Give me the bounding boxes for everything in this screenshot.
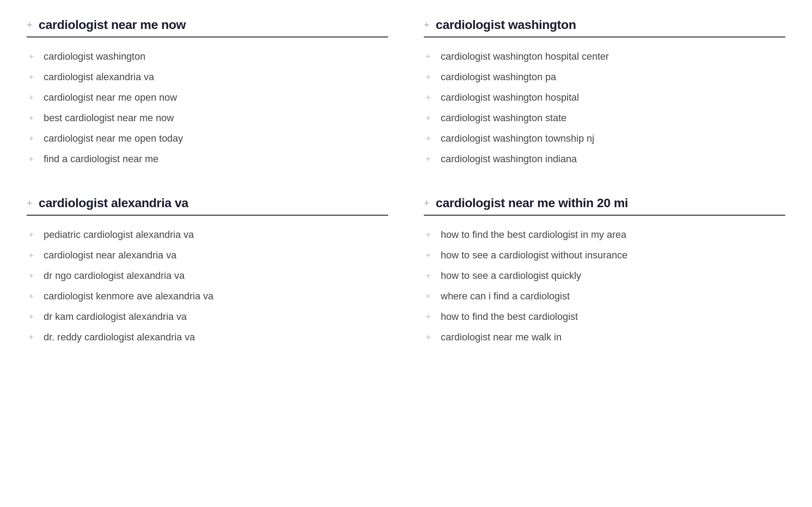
item-list-cardiologist-near-me-now: +cardiologist washington+cardiologist al…: [27, 46, 388, 169]
section-cardiologist-alexandria-va: +cardiologist alexandria va+pediatric ca…: [27, 196, 388, 348]
list-item[interactable]: +cardiologist near alexandria va: [27, 245, 388, 266]
section-header-cardiologist-washington: +cardiologist washington: [424, 18, 785, 37]
list-item[interactable]: +cardiologist kenmore ave alexandria va: [27, 286, 388, 307]
item-text: cardiologist washington hospital: [441, 92, 579, 103]
header-plus-icon: +: [424, 198, 430, 208]
item-text: cardiologist near me walk in: [441, 331, 561, 343]
list-item[interactable]: +cardiologist washington state: [424, 108, 785, 128]
item-plus-icon: +: [424, 52, 433, 62]
item-plus-icon: +: [424, 291, 433, 302]
item-text: pediatric cardiologist alexandria va: [44, 229, 194, 241]
item-text: cardiologist near me open now: [44, 92, 177, 103]
item-plus-icon: +: [27, 93, 36, 103]
list-item[interactable]: +how to see a cardiologist quickly: [424, 266, 785, 286]
item-text: how to find the best cardiologist in my …: [441, 229, 626, 241]
item-plus-icon: +: [424, 312, 433, 322]
section-cardiologist-near-me-now: +cardiologist near me now+cardiologist w…: [27, 18, 388, 169]
item-plus-icon: +: [27, 72, 36, 82]
list-item[interactable]: +dr ngo cardiologist alexandria va: [27, 266, 388, 286]
section-header-cardiologist-near-me-now: +cardiologist near me now: [27, 18, 388, 37]
item-text: how to see a cardiologist quickly: [441, 270, 581, 282]
item-text: cardiologist washington indiana: [441, 153, 577, 165]
item-plus-icon: +: [27, 230, 36, 240]
list-item[interactable]: +cardiologist alexandria va: [27, 67, 388, 87]
list-item[interactable]: +how to see a cardiologist without insur…: [424, 245, 785, 266]
section-title: cardiologist washington: [436, 18, 576, 32]
item-text: dr ngo cardiologist alexandria va: [44, 270, 185, 282]
list-item[interactable]: +cardiologist near me open today: [27, 128, 388, 149]
list-item[interactable]: +find a cardiologist near me: [27, 149, 388, 169]
item-text: dr. reddy cardiologist alexandria va: [44, 331, 195, 343]
item-text: cardiologist kenmore ave alexandria va: [44, 290, 214, 302]
list-item[interactable]: +dr kam cardiologist alexandria va: [27, 307, 388, 327]
section-title: cardiologist alexandria va: [39, 196, 188, 210]
list-item[interactable]: +cardiologist near me walk in: [424, 327, 785, 348]
item-plus-icon: +: [424, 113, 433, 123]
item-plus-icon: +: [27, 250, 36, 261]
item-text: how to see a cardiologist without insura…: [441, 249, 627, 261]
list-item[interactable]: +how to find the best cardiologist: [424, 307, 785, 327]
list-item[interactable]: +where can i find a cardiologist: [424, 286, 785, 307]
item-plus-icon: +: [424, 154, 433, 164]
section-title: cardiologist near me now: [39, 18, 186, 32]
item-plus-icon: +: [27, 312, 36, 322]
list-item[interactable]: +cardiologist washington pa: [424, 67, 785, 87]
section-cardiologist-near-me-within-20-mi: +cardiologist near me within 20 mi+how t…: [424, 196, 785, 348]
item-list-cardiologist-near-me-within-20-mi: +how to find the best cardiologist in my…: [424, 225, 785, 348]
header-plus-icon: +: [27, 198, 32, 208]
list-item[interactable]: +cardiologist washington indiana: [424, 149, 785, 169]
item-list-cardiologist-alexandria-va: +pediatric cardiologist alexandria va+ca…: [27, 225, 388, 348]
item-plus-icon: +: [424, 230, 433, 240]
main-grid: +cardiologist near me now+cardiologist w…: [27, 18, 785, 348]
section-cardiologist-washington: +cardiologist washington+cardiologist wa…: [424, 18, 785, 169]
item-plus-icon: +: [424, 271, 433, 281]
item-plus-icon: +: [424, 134, 433, 144]
header-plus-icon: +: [424, 20, 430, 30]
list-item[interactable]: +cardiologist washington hospital: [424, 87, 785, 108]
item-text: cardiologist near alexandria va: [44, 249, 176, 261]
list-item[interactable]: +best cardiologist near me now: [27, 108, 388, 128]
item-plus-icon: +: [424, 72, 433, 82]
header-plus-icon: +: [27, 20, 32, 30]
item-plus-icon: +: [27, 271, 36, 281]
item-list-cardiologist-washington: +cardiologist washington hospital center…: [424, 46, 785, 169]
list-item[interactable]: +how to find the best cardiologist in my…: [424, 225, 785, 245]
section-header-cardiologist-near-me-within-20-mi: +cardiologist near me within 20 mi: [424, 196, 785, 216]
item-plus-icon: +: [27, 154, 36, 164]
item-text: how to find the best cardiologist: [441, 311, 578, 323]
list-item[interactable]: +dr. reddy cardiologist alexandria va: [27, 327, 388, 348]
item-text: cardiologist washington pa: [441, 71, 556, 83]
item-text: where can i find a cardiologist: [441, 290, 570, 302]
item-plus-icon: +: [424, 250, 433, 261]
item-text: cardiologist washington: [44, 51, 146, 62]
item-plus-icon: +: [27, 291, 36, 302]
item-plus-icon: +: [27, 52, 36, 62]
item-text: find a cardiologist near me: [44, 153, 158, 165]
item-plus-icon: +: [424, 332, 433, 343]
list-item[interactable]: +cardiologist washington hospital center: [424, 46, 785, 67]
item-text: dr kam cardiologist alexandria va: [44, 311, 187, 323]
item-text: cardiologist washington hospital center: [441, 51, 609, 62]
list-item[interactable]: +pediatric cardiologist alexandria va: [27, 225, 388, 245]
item-text: cardiologist alexandria va: [44, 71, 154, 83]
item-text: cardiologist washington state: [441, 112, 567, 124]
list-item[interactable]: +cardiologist washington: [27, 46, 388, 67]
item-text: cardiologist near me open today: [44, 133, 183, 144]
section-title: cardiologist near me within 20 mi: [436, 196, 628, 210]
item-plus-icon: +: [27, 134, 36, 144]
list-item[interactable]: +cardiologist washington township nj: [424, 128, 785, 149]
item-plus-icon: +: [27, 113, 36, 123]
item-text: cardiologist washington township nj: [441, 133, 594, 144]
item-text: best cardiologist near me now: [44, 112, 174, 124]
item-plus-icon: +: [424, 93, 433, 103]
item-plus-icon: +: [27, 332, 36, 343]
section-header-cardiologist-alexandria-va: +cardiologist alexandria va: [27, 196, 388, 216]
list-item[interactable]: +cardiologist near me open now: [27, 87, 388, 108]
